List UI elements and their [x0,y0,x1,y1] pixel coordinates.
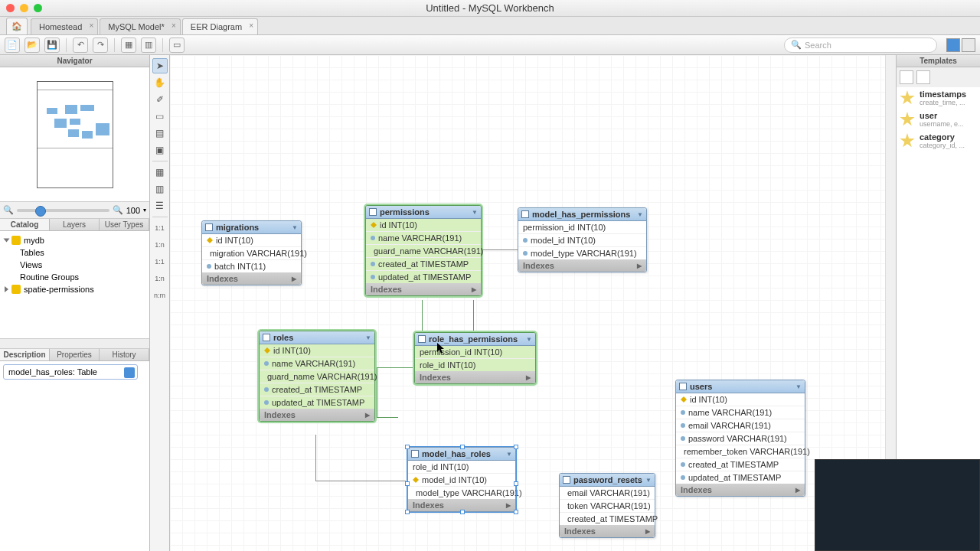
search-input[interactable]: 🔍 Search [784,37,937,53]
tree-item-routines[interactable]: Routine Groups [2,271,148,283]
view-tool[interactable]: ▥ [152,181,168,197]
collapse-icon[interactable]: ▼ [506,451,512,458]
tree-item-views[interactable]: Views [2,259,148,271]
resize-handle[interactable] [514,510,518,514]
left-panel-toggle[interactable] [946,38,960,52]
resize-handle[interactable] [460,510,465,514]
tab-mysql-model[interactable]: MySQL Model*× [100,18,181,34]
template-category[interactable]: categorycategory_id, ... [897,130,980,152]
usertypes-tab[interactable]: User Types [100,219,149,230]
table-users[interactable]: users▼ id INT(10) name VARCHAR(191) emai… [675,380,805,497]
collapse-icon[interactable]: ▼ [365,334,371,341]
nav-horizontal-scrollbar[interactable] [0,338,149,349]
tree-item-tables[interactable]: Tables [2,246,148,259]
redo-button[interactable]: ↷ [93,37,108,53]
expand-icon[interactable]: ▶ [637,262,642,269]
table-role-has-permissions[interactable]: role_has_permissions▼ permission_id INT(… [414,332,536,384]
collapse-icon[interactable]: ▼ [637,211,643,218]
template-type-icon[interactable] [916,70,930,84]
relation-1-n-tool[interactable]: 1:n [152,237,168,253]
save-file-button[interactable]: 💾 [44,37,60,53]
relation-n-m-tool[interactable]: n:m [152,288,168,303]
expand-icon[interactable]: ▶ [292,276,296,282]
collapse-icon[interactable]: ▼ [795,383,802,390]
table-tool[interactable]: ▦ [152,165,168,180]
document-tabbar: 🏠 Homestead× MySQL Model*× EER Diagram× [0,17,980,35]
new-file-button[interactable]: 📄 [5,37,20,53]
collapse-icon[interactable]: ▼ [526,336,532,343]
tree-item-mydb[interactable]: mydb [2,234,148,246]
column-icon [523,238,528,243]
template-user[interactable]: userusername, e... [897,109,980,130]
expand-icon[interactable]: ▶ [645,528,650,535]
table-migrations[interactable]: migrations▼ id INT(10) migration VARCHAR… [201,220,302,285]
collapse-icon[interactable]: ▼ [645,477,652,484]
align-button[interactable]: ▦ [121,37,136,53]
relation-1-1-b-tool[interactable]: 1:1 [152,254,168,269]
collapse-icon[interactable]: ▼ [292,224,298,231]
tree-item-spatie[interactable]: spatie-permissions [2,283,148,295]
image-tool[interactable]: ▣ [152,142,168,158]
relation-1-n-b-tool[interactable]: 1:n [152,271,168,286]
window-title: Untitled - MySQL Workbench [426,2,554,14]
column-icon [681,475,685,480]
description-tab[interactable]: Description [0,349,50,360]
expand-icon[interactable]: ▶ [472,286,476,293]
home-tab[interactable]: 🏠 [6,18,28,34]
eraser-tool[interactable]: ✐ [152,92,168,107]
catalog-tab[interactable]: Catalog [0,219,50,230]
column-icon [371,236,375,240]
history-tab[interactable]: History [100,349,149,360]
open-file-button[interactable]: 📂 [24,37,40,53]
right-panel-toggle[interactable] [962,38,975,52]
close-window-button[interactable] [6,4,15,12]
zoom-out-icon[interactable]: 🔍 [3,205,14,215]
resize-handle[interactable] [405,481,410,486]
zoom-window-button[interactable] [34,4,42,12]
zoom-dropdown[interactable]: ▾ [143,207,146,214]
undo-button[interactable]: ↶ [73,37,88,53]
tab-eer-diagram[interactable]: EER Diagram× [182,18,258,34]
note-tool[interactable]: ▤ [152,126,168,141]
template-timestamps[interactable]: timestampscreate_time, ... [897,87,980,109]
expand-icon[interactable]: ▶ [526,374,531,381]
table-roles[interactable]: roles▼ id INT(10) name VARCHAR(191) guar… [259,331,375,422]
object-selector-combo[interactable]: model_has_roles: Table [3,364,138,380]
close-icon[interactable]: × [249,21,253,30]
close-icon[interactable]: × [172,21,176,30]
table-model-has-permissions[interactable]: model_has_permissions▼ permission_id INT… [518,207,647,272]
minimap[interactable] [0,67,149,202]
expand-icon[interactable]: ▶ [506,502,511,509]
primary-key-icon [207,237,213,243]
close-icon[interactable]: × [89,21,93,30]
table-model-has-roles[interactable]: model_has_roles▼ role_id INT(10) model_i… [407,447,516,512]
minimize-window-button[interactable] [20,4,28,12]
resize-handle[interactable] [514,445,518,449]
layer-tool[interactable]: ▭ [152,109,168,124]
resize-handle[interactable] [405,510,410,514]
model-button[interactable]: ▭ [169,37,185,53]
zoom-slider[interactable] [17,209,109,212]
resize-handle[interactable] [460,445,465,449]
hand-tool[interactable]: ✋ [152,75,168,90]
search-icon: 🔍 [791,40,802,50]
expand-icon[interactable]: ▶ [795,487,800,494]
relation-1-1-tool[interactable]: 1:1 [152,220,168,236]
column-icon [371,262,375,266]
pointer-tool[interactable]: ➤ [152,58,168,73]
table-permissions[interactable]: permissions▼ id INT(10) name VARCHAR(191… [365,205,482,296]
catalog-tree[interactable]: mydb Tables Views Routine Groups spatie-… [0,231,149,338]
collapse-icon[interactable]: ▼ [472,209,478,216]
tab-homestead[interactable]: Homestead× [31,18,98,34]
properties-tab[interactable]: Properties [50,349,100,360]
zoom-in-icon[interactable]: 🔍 [113,205,123,215]
resize-handle[interactable] [405,445,410,449]
table-password-resets[interactable]: password_resets▼ email VARCHAR(191) toke… [559,473,655,538]
eer-canvas[interactable]: migrations▼ id INT(10) migration VARCHAR… [170,55,896,551]
resize-handle[interactable] [514,481,518,486]
align-button[interactable]: ▥ [141,37,156,53]
expand-icon[interactable]: ▶ [365,412,370,419]
layers-tab[interactable]: Layers [50,219,100,230]
template-type-icon[interactable] [900,70,913,84]
routine-tool[interactable]: ☰ [152,198,168,214]
